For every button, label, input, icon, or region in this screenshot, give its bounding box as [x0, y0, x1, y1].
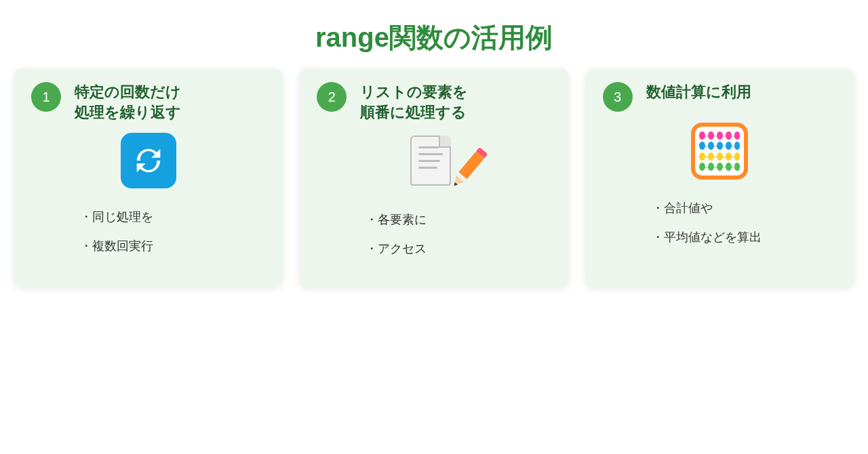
card-title-line: 処理を繰り返す — [75, 102, 181, 123]
card-repeat: 1 特定の回数だけ 処理を繰り返す ・同じ処理を ・複数回実行 — [14, 68, 283, 287]
refresh-icon — [121, 133, 176, 188]
card-head: 3 数値計算に利用 — [603, 82, 837, 112]
card-title-line: 特定の回数だけ — [75, 82, 181, 102]
icon-wrap — [317, 133, 551, 191]
badge-2: 2 — [317, 82, 347, 112]
icon-wrap — [603, 123, 837, 180]
card-head: 1 特定の回数だけ 処理を繰り返す — [31, 82, 265, 122]
card-title-3: 数値計算に利用 — [646, 82, 751, 102]
badge-3: 3 — [603, 82, 633, 112]
card-title-1: 特定の回数だけ 処理を繰り返す — [75, 82, 181, 122]
icon-wrap — [31, 133, 265, 188]
card-title-line: リストの要素を — [360, 82, 468, 102]
card-title-line: 順番に処理する — [360, 102, 468, 123]
abacus-icon — [691, 123, 748, 180]
note-pencil-icon — [405, 133, 463, 191]
bullets: ・同じ処理を ・複数回実行 — [31, 207, 265, 256]
bullet: ・平均値などを算出 — [652, 228, 837, 247]
badge-1: 1 — [31, 82, 61, 112]
card-head: 2 リストの要素を 順番に処理する — [317, 82, 551, 122]
card-title-line: 数値計算に利用 — [646, 82, 751, 102]
bullets: ・各要素に ・アクセス — [317, 210, 551, 259]
bullet: ・アクセス — [366, 239, 551, 259]
card-list: 2 リストの要素を 順番に処理する — [299, 68, 568, 287]
bullet: ・各要素に — [366, 210, 551, 230]
bullet: ・合計値や — [652, 199, 837, 218]
bullets: ・合計値や ・平均値などを算出 — [603, 199, 837, 247]
bullet: ・複数回実行 — [80, 236, 265, 256]
card-title-2: リストの要素を 順番に処理する — [360, 82, 468, 122]
cards-row: 1 特定の回数だけ 処理を繰り返す ・同じ処理を ・複数回実行 2 リストの要素… — [0, 68, 868, 287]
card-calc: 3 数値計算に利用 ・合計値や ・平均値などを算出 — [585, 68, 854, 287]
bullet: ・同じ処理を — [80, 207, 265, 227]
page-title: range関数の活用例 — [0, 0, 868, 68]
